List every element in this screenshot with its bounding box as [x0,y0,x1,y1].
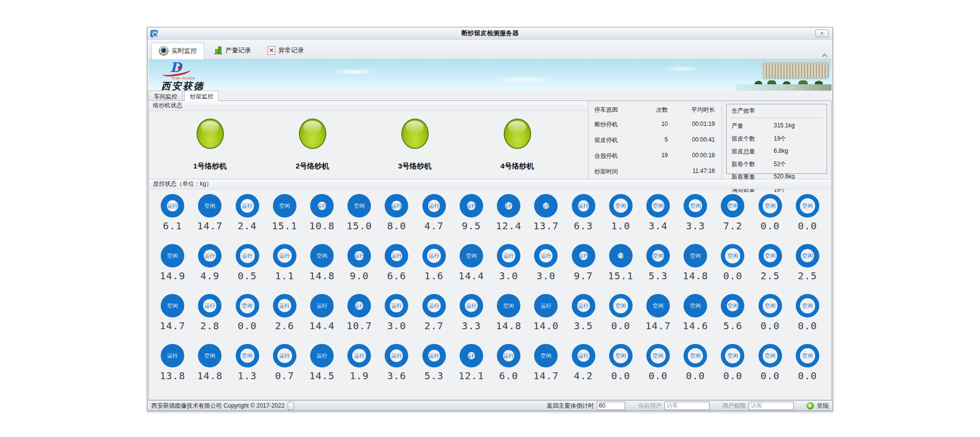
spool-status-label: 空闲 [609,302,633,310]
spool-status-indicator: 空闲 [796,194,819,218]
spool-weight-value: 14.8 [303,270,341,282]
spool-status-indicator: 运行 [347,244,371,267]
spool-cell: 空闲1.3 [228,341,266,391]
spool-cell: 运行12.4 [490,191,527,241]
spool-status-indicator: 运行 [497,344,520,367]
spool-cell: 运行2.7 [416,291,453,341]
stop-avg-duration: 00:00:18 [668,152,715,160]
spool-status-label: 运行 [347,352,371,360]
countdown-input[interactable] [597,402,625,410]
spool-status-indicator: 运行 [236,194,259,218]
metric-label: 产量 [732,122,774,130]
spool-weight-value: 3.6 [378,370,415,382]
statusbar-small-button[interactable] [288,402,294,410]
spool-cell: 运行8.0 [378,191,415,241]
error-document-icon [268,46,275,55]
spool-weight-value: 6.1 [154,220,191,232]
spool-status-indicator: 运行 [497,244,520,267]
spool-status-label: 空闲 [236,352,259,360]
creel-time-row: 纱架时间 11:47:16 [594,168,715,176]
spool-weight-value: 0.0 [639,370,677,382]
spool-status-indicator: 空闲 [646,194,670,218]
metric-value: 315.1kg [774,122,822,130]
spool-cell: 空闲0.0 [639,341,677,391]
spool-status-label: 运行 [310,302,334,310]
spool-status-indicator: 运行 [273,344,296,367]
spool-weight-value: 1.6 [416,270,453,282]
current-user-input[interactable] [664,402,710,410]
logo-dot [178,66,181,69]
spool-status-indicator: 空闲 [497,294,520,317]
spool-cell: 运行14.0 [527,291,564,341]
logo-chinese-text: 西安获德 [161,80,204,91]
efficiency-row: 留皮个数 19个 [732,135,822,143]
spool-weight-value: 14.0 [527,320,564,332]
spool-status-label: 运行 [534,202,558,210]
spool-status-label: 空闲 [161,302,184,310]
river-image [736,84,832,91]
tab-production-records[interactable]: 产量记录 [207,42,258,59]
spool-cell: 运行0.7 [266,341,303,391]
spool-status-indicator: 运行 [460,294,483,317]
spool-status-label: 运行 [460,352,483,360]
spool-cell: 空闲0.0 [752,191,789,241]
spool-status-indicator: 运行 [422,294,446,317]
banner-clouds [148,59,832,91]
spool-status-label: 运行 [385,252,408,260]
spool-cell: 运行6.6 [378,241,415,291]
machines-row: 1号络纱机 2号络纱机 3号络纱机 4号络纱机 [149,111,588,179]
spool-cell: 空闲0.0 [602,291,639,341]
efficiency-row: 新卷个数 52个 [732,160,822,169]
spool-status-label: 运行 [347,302,371,310]
machine-section-title: 络纱机状态 [149,101,588,111]
chevron-up-icon[interactable] [822,53,827,57]
spool-cell: 运行3.0 [378,291,415,341]
spool-status-label: 空闲 [609,252,633,260]
spool-status-indicator: 运行 [534,194,558,218]
metric-value: 19个 [774,135,822,143]
login-button[interactable]: 登陆 [817,402,829,410]
stop-avg-duration: 00:00:41 [668,136,715,145]
spool-status-indicator: 运行 [497,194,520,218]
login-plus-icon[interactable] [807,402,814,410]
close-button[interactable]: x [815,29,829,37]
spool-status-label: 运行 [422,252,446,260]
spool-status-indicator: 空闲 [609,194,633,218]
spool-weight-value: 14.7 [639,320,677,332]
spool-status-indicator: 空闲 [609,344,633,367]
spool-status-indicator: 空闲 [684,344,707,367]
tab-creel-monitor[interactable]: 纱架监控 [184,91,219,101]
spool-status-indicator: 运行 [385,194,408,218]
spool-status-indicator: 运行 [310,344,334,367]
spool-status-indicator: 运行 [385,244,408,267]
spool-cell: 空闲14.8 [191,341,228,391]
spool-weight-value: 2.7 [416,320,453,332]
spool-status-label: 空闲 [721,202,744,210]
tab-workshop-monitor[interactable]: 车间监控 [148,91,183,101]
spool-status-indicator: 空闲 [796,294,819,317]
spool-weight-value: 2.6 [266,320,303,332]
spool-status-indicator: 空闲 [161,294,184,317]
spool-weight-value: 0.0 [789,320,826,332]
tab-realtime-monitor[interactable]: 实时监控 [151,43,204,59]
spool-status-label: 运行 [161,202,184,210]
spool-cell: 运行10.8 [303,191,341,241]
spool-cell: 运行3.0 [490,241,527,291]
spool-status-label: 运行 [273,252,296,260]
spool-status-indicator: 运行 [422,194,446,218]
spool-cell: 运行6.0 [490,341,527,391]
spool-status-indicator: 空闲 [198,344,221,367]
spool-status-label: 运行 [385,302,408,310]
spool-status-indicator: 空闲 [347,194,371,218]
user-permission-input[interactable] [749,402,794,410]
tab-exception-records[interactable]: 异常记录 [261,42,311,59]
spool-cell: 运行4.2 [564,341,602,391]
spool-status-label: 运行 [497,352,520,360]
spool-status-label: 运行 [236,252,259,260]
table-row: 断纱停机 10 00:01:19 [594,121,715,129]
spool-status-indicator: 运行 [347,344,371,367]
tab-label: 实时监控 [172,47,197,55]
spool-weight-value: 2.8 [191,320,228,332]
spool-cell: 空闲0.0 [602,341,639,391]
stop-count: 19 [639,152,668,160]
